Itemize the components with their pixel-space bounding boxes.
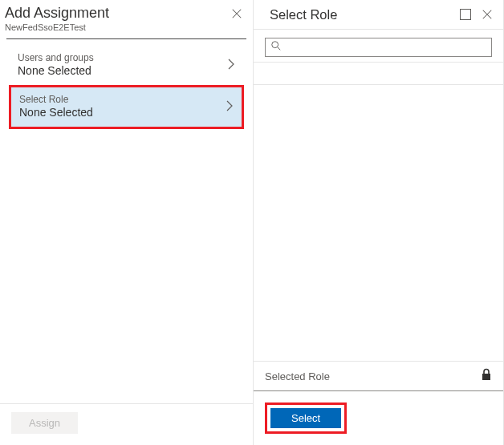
maximize-icon[interactable] [460, 9, 471, 20]
search-input[interactable] [287, 42, 486, 54]
assignment-options-list: Users and groups None Selected Select Ro… [0, 39, 253, 403]
left-panel-header: Add Assignment NewFedSsoE2ETest [0, 0, 253, 34]
right-panel-footer: Select [254, 391, 503, 445]
search-icon [270, 40, 282, 55]
selected-role-label: Selected Role [265, 370, 330, 382]
svg-line-1 [278, 47, 281, 51]
select-button-highlight: Select [265, 403, 347, 434]
panel-subtitle: NewFedSsoE2ETest [5, 22, 245, 32]
close-icon[interactable] [479, 6, 495, 22]
role-list [254, 63, 503, 361]
panel-title: Add Assignment [5, 5, 229, 22]
svg-point-0 [272, 42, 278, 48]
chevron-right-icon [227, 59, 235, 73]
right-panel-header: Select Role [254, 0, 503, 30]
select-button[interactable]: Select [270, 408, 341, 428]
svg-rect-2 [482, 374, 490, 380]
users-and-groups-item[interactable]: Users and groups None Selected [11, 46, 242, 86]
assign-button[interactable]: Assign [11, 412, 78, 434]
list-item[interactable] [254, 63, 503, 85]
select-role-item[interactable]: Select Role None Selected [9, 85, 244, 129]
panel-title: Select Role [265, 7, 460, 22]
left-panel-footer: Assign [0, 403, 253, 445]
add-assignment-panel: Add Assignment NewFedSsoE2ETest Users an… [0, 0, 254, 445]
selected-role-bar: Selected Role [254, 361, 503, 391]
list-item-value: None Selected [18, 64, 219, 77]
chevron-right-icon [226, 100, 234, 115]
search-area [254, 30, 503, 63]
list-item-label: Select Role [19, 94, 219, 105]
list-item-label: Users and groups [18, 52, 219, 63]
list-item-value: None Selected [19, 106, 219, 119]
select-role-panel: Select Role Selected Role Select [254, 0, 504, 445]
close-icon[interactable] [229, 6, 245, 22]
search-box[interactable] [265, 38, 492, 57]
lock-icon [481, 368, 492, 384]
